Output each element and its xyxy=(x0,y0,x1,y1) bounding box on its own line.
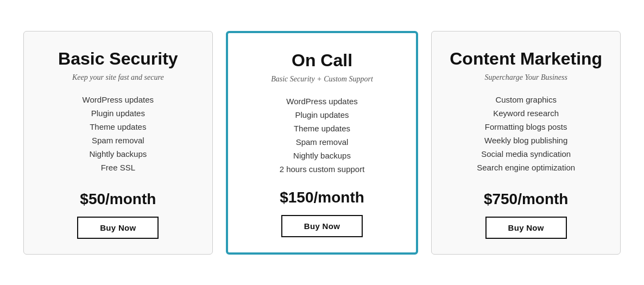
feature-list-basic: WordPress updatesPlugin updatesTheme upd… xyxy=(83,93,154,178)
card-subtitle-content: Supercharge Your Business xyxy=(484,73,567,82)
list-item: 2 hours custom support xyxy=(280,162,365,176)
list-item: Keyword research xyxy=(477,106,575,120)
list-item: Nightly backups xyxy=(280,149,365,162)
card-subtitle-oncall: Basic Security + Custom Support xyxy=(271,75,373,84)
list-item: Plugin updates xyxy=(280,108,365,122)
buy-button-content[interactable]: Buy Now xyxy=(485,217,567,239)
list-item: Theme updates xyxy=(83,120,154,134)
card-title-oncall: On Call xyxy=(292,50,352,71)
price-content: $750/month xyxy=(484,191,569,208)
list-item: Free SSL xyxy=(83,161,154,174)
pricing-card-basic: Basic SecurityKeep your site fast and se… xyxy=(23,31,213,255)
list-item: WordPress updates xyxy=(83,93,154,106)
list-item: Spam removal xyxy=(280,135,365,149)
list-item: Spam removal xyxy=(83,134,154,147)
list-item: WordPress updates xyxy=(280,94,365,108)
list-item: Search engine optimization xyxy=(477,161,575,174)
buy-button-basic[interactable]: Buy Now xyxy=(77,217,159,239)
feature-list-oncall: WordPress updatesPlugin updatesTheme upd… xyxy=(280,94,365,176)
card-subtitle-basic: Keep your site fast and secure xyxy=(72,73,164,82)
list-item: Social media syndication xyxy=(477,147,575,161)
list-item: Custom graphics xyxy=(477,93,575,106)
price-oncall: $150/month xyxy=(280,189,364,206)
price-basic: $50/month xyxy=(80,191,156,208)
pricing-container: Basic SecurityKeep your site fast and se… xyxy=(23,31,621,255)
list-item: Plugin updates xyxy=(83,106,154,120)
list-item: Theme updates xyxy=(280,122,365,135)
pricing-card-oncall: On CallBasic Security + Custom SupportWo… xyxy=(226,31,419,255)
buy-button-oncall[interactable]: Buy Now xyxy=(281,215,363,237)
card-title-content: Content Marketing xyxy=(450,49,602,69)
list-item: Formatting blogs posts xyxy=(477,120,575,134)
pricing-card-content: Content MarketingSupercharge Your Busine… xyxy=(431,31,621,255)
list-item: Weekly blog publishing xyxy=(477,134,575,147)
feature-list-content: Custom graphicsKeyword researchFormattin… xyxy=(477,93,575,178)
list-item: Nightly backups xyxy=(83,147,154,161)
card-title-basic: Basic Security xyxy=(58,49,178,69)
